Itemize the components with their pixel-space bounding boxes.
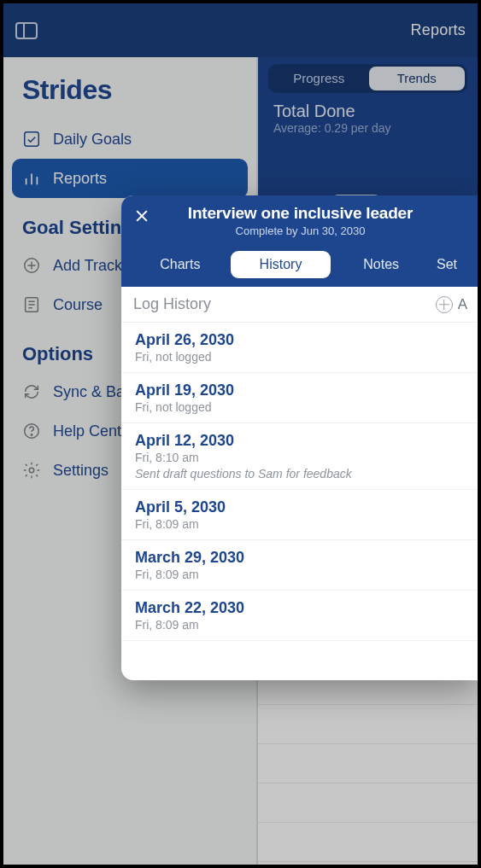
log-item[interactable]: March 29, 2030Fri, 8:09 am	[121, 540, 479, 591]
add-log-button[interactable]: A	[436, 296, 467, 313]
log-date: March 22, 2030	[135, 599, 466, 617]
log-date: April 26, 2030	[135, 331, 466, 349]
sheet-subtitle: Complete by Jun 30, 2030	[133, 224, 467, 237]
tab-charts[interactable]: Charts	[130, 251, 231, 278]
plus-icon	[436, 296, 453, 313]
log-subtext: Fri, 8:09 am	[135, 618, 466, 632]
page-title: Reports	[411, 21, 466, 39]
sidebar-item-reports[interactable]: Reports	[12, 159, 248, 198]
sheet-title: Interview one inclusive leader	[133, 204, 467, 223]
log-subtext: Fri, 8:09 am	[135, 517, 466, 531]
log-item[interactable]: April 5, 2030Fri, 8:09 am	[121, 490, 479, 540]
sidebar-item-label: Reports	[53, 170, 107, 188]
app-title: Strides	[3, 61, 256, 119]
gear-icon	[22, 461, 41, 480]
sheet-tabs: Charts History Notes Set	[121, 244, 479, 287]
metric-header: Total Done Average: 0.29 per day	[258, 102, 478, 142]
sheet-section-title: Log History	[133, 295, 436, 313]
detail-sheet: Interview one inclusive leader Complete …	[121, 195, 479, 680]
tab-settings[interactable]: Set	[431, 251, 471, 278]
tab-notes[interactable]: Notes	[331, 251, 431, 278]
sidebar-item-label: Daily Goals	[53, 131, 132, 149]
add-log-label: A	[458, 296, 467, 313]
log-date: April 5, 2030	[135, 498, 466, 516]
svg-point-5	[29, 468, 34, 473]
segment-progress[interactable]: Progress	[271, 67, 367, 90]
svg-point-4	[31, 434, 32, 435]
log-subtext: Fri, not logged	[135, 400, 466, 414]
top-navbar: Reports	[3, 3, 478, 57]
metric-title: Total Done	[273, 102, 462, 121]
sidebar-item-daily-goals[interactable]: Daily Goals	[3, 119, 256, 159]
log-date: March 29, 2030	[135, 549, 466, 567]
sidebar-item-label: Course	[53, 296, 103, 314]
log-note: Sent draft questions to Sam for feedback	[135, 467, 466, 481]
check-square-icon	[22, 130, 41, 149]
log-list[interactable]: April 26, 2030Fri, not loggedApril 19, 2…	[121, 323, 479, 680]
log-item[interactable]: March 22, 2030Fri, 8:09 am	[121, 591, 479, 641]
log-date: April 12, 2030	[135, 432, 466, 450]
sidebar-toggle-icon[interactable]	[15, 22, 38, 39]
svg-rect-0	[25, 132, 39, 147]
segment-trends[interactable]: Trends	[369, 67, 466, 90]
log-subtext: Fri, 8:10 am	[135, 451, 466, 464]
tab-history[interactable]: History	[231, 251, 331, 278]
sync-icon	[22, 382, 41, 401]
sidebar-item-label: Settings	[53, 462, 109, 480]
log-subtext: Fri, 8:09 am	[135, 568, 466, 581]
plus-circle-icon	[22, 256, 41, 275]
log-item[interactable]: April 12, 2030Fri, 8:10 amSent draft que…	[121, 423, 479, 490]
metric-subtitle: Average: 0.29 per day	[273, 121, 462, 135]
sheet-toolbar: Log History A	[121, 287, 479, 323]
log-date: April 19, 2030	[135, 382, 466, 399]
sheet-header: Interview one inclusive leader Complete …	[121, 195, 479, 244]
document-icon	[22, 295, 41, 314]
bar-chart-icon	[22, 169, 41, 188]
help-icon	[22, 422, 41, 440]
close-button[interactable]	[133, 207, 154, 228]
log-item[interactable]: April 19, 2030Fri, not logged	[121, 373, 479, 423]
log-item[interactable]: April 26, 2030Fri, not logged	[121, 323, 479, 373]
log-subtext: Fri, not logged	[135, 350, 466, 364]
segmented-control: Progress Trends	[268, 64, 467, 93]
